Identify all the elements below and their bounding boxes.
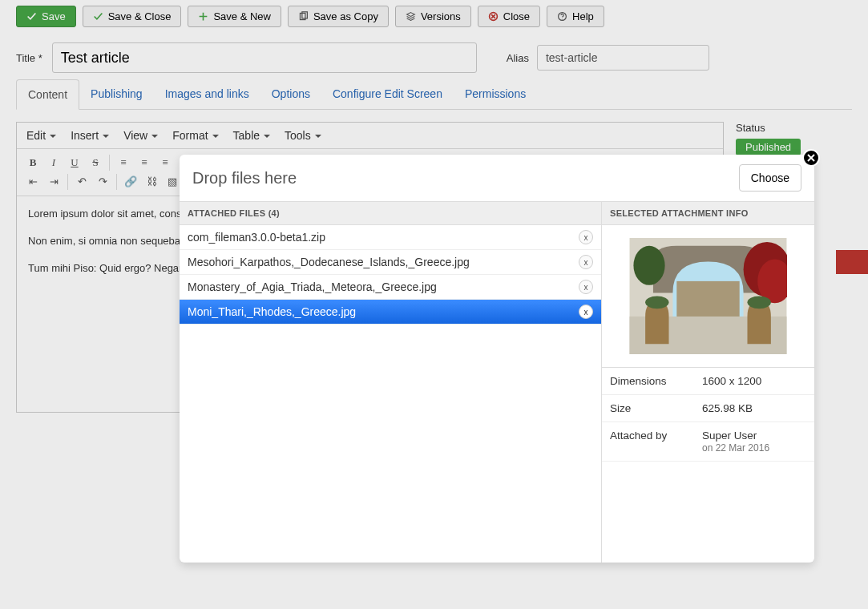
save-close-button[interactable]: Save & Close: [83, 6, 182, 27]
menu-tools[interactable]: Tools: [285, 129, 321, 142]
outdent-icon[interactable]: ⇤: [22, 172, 43, 192]
file-name: Moni_Thari,_Rhodes,_Greece.jpg: [188, 305, 356, 318]
alias-label: Alias: [507, 52, 529, 64]
status-badge[interactable]: Published: [736, 139, 801, 155]
menu-view[interactable]: View: [123, 129, 158, 142]
file-row[interactable]: Mesohori_Karpathos,_Dodecanese_Islands,_…: [180, 250, 601, 275]
close-icon: [807, 154, 815, 162]
file-remove-button[interactable]: x: [579, 280, 593, 294]
red-indicator: [836, 250, 868, 274]
info-header: SELECTED ATTACHMENT INFO: [602, 202, 814, 225]
tabs: Content Publishing Images and links Opti…: [16, 79, 852, 110]
file-row[interactable]: Moni_Thari,_Rhodes,_Greece.jpgx: [180, 300, 601, 325]
modal-close-button[interactable]: [802, 149, 820, 167]
info-row-size: Size 625.98 KB: [602, 395, 814, 422]
editor-menubar: Edit Insert View Format Table Tools: [17, 123, 723, 149]
indent-icon[interactable]: ⇥: [43, 172, 64, 192]
versions-button[interactable]: Versions: [395, 6, 471, 27]
save-copy-button[interactable]: Save as Copy: [288, 6, 389, 27]
file-name: com_fileman3.0.0-beta1.zip: [188, 231, 325, 244]
action-toolbar: Save Save & Close Save & New Save as Cop…: [0, 0, 868, 33]
tab-publishing[interactable]: Publishing: [79, 79, 154, 109]
svg-point-9: [633, 246, 664, 285]
check-icon: [26, 11, 37, 22]
tab-images-links[interactable]: Images and links: [154, 79, 260, 109]
menu-edit[interactable]: Edit: [26, 129, 56, 142]
choose-button[interactable]: Choose: [739, 164, 801, 192]
align-center-icon[interactable]: ≡: [134, 153, 155, 172]
unlink-icon[interactable]: ⛓: [141, 172, 162, 192]
align-left-icon[interactable]: ≡: [113, 153, 134, 172]
tab-content[interactable]: Content: [16, 79, 79, 110]
file-row[interactable]: Monastery_of_Agia_Triada,_Meteora,_Greec…: [180, 275, 601, 300]
svg-point-11: [747, 296, 770, 309]
alias-input[interactable]: [537, 45, 709, 71]
title-input[interactable]: [52, 42, 477, 73]
close-button[interactable]: Close: [478, 6, 540, 27]
underline-icon[interactable]: U: [64, 153, 85, 172]
check-icon: [93, 11, 103, 22]
italic-icon[interactable]: I: [43, 153, 64, 172]
info-column: SELECTED ATTACHMENT INFO: [602, 202, 814, 563]
menu-format[interactable]: Format: [172, 129, 218, 142]
save-button[interactable]: Save: [16, 6, 76, 27]
attached-files-header: ATTACHED FILES (4): [180, 202, 601, 225]
stack-icon: [406, 11, 416, 22]
plus-icon: [198, 11, 208, 22]
file-row[interactable]: com_fileman3.0.0-beta1.zipx: [180, 225, 601, 250]
info-row-dimensions: Dimensions 1600 x 1200: [602, 368, 814, 395]
menu-insert[interactable]: Insert: [71, 129, 109, 142]
attachments-modal: Drop files here Choose ATTACHED FILES (4…: [180, 155, 814, 563]
files-column: ATTACHED FILES (4) com_fileman3.0.0-beta…: [180, 202, 602, 563]
help-button[interactable]: Help: [547, 6, 604, 27]
status-label: Status: [736, 122, 852, 134]
file-name: Mesohori_Karpathos,_Dodecanese_Islands,_…: [188, 256, 470, 268]
file-remove-button[interactable]: x: [579, 230, 593, 244]
copy-icon: [298, 11, 309, 22]
cancel-icon: [488, 11, 499, 22]
undo-icon[interactable]: ↶: [71, 172, 92, 192]
title-row: Title * Alias: [0, 33, 868, 79]
info-row-attached-by: Attached by Super Useron 22 Mar 2016: [602, 422, 814, 462]
redo-icon[interactable]: ↷: [92, 172, 113, 192]
link-icon[interactable]: 🔗: [120, 172, 141, 192]
save-new-button[interactable]: Save & New: [188, 6, 281, 27]
title-label: Title *: [16, 52, 42, 64]
strike-icon[interactable]: S: [85, 153, 106, 172]
svg-point-10: [645, 296, 668, 309]
help-icon: [557, 11, 567, 22]
align-right-icon[interactable]: ≡: [155, 153, 176, 172]
menu-table[interactable]: Table: [233, 129, 270, 142]
drop-title: Drop files here: [192, 169, 297, 188]
file-remove-button[interactable]: x: [579, 304, 593, 319]
tab-options[interactable]: Options: [260, 79, 321, 109]
file-name: Monastery_of_Agia_Triada,_Meteora,_Greec…: [188, 280, 437, 293]
file-remove-button[interactable]: x: [579, 255, 593, 269]
svg-rect-6: [676, 281, 739, 317]
bold-icon[interactable]: B: [22, 153, 43, 172]
attachment-thumbnail: [629, 238, 787, 354]
tab-configure-edit[interactable]: Configure Edit Screen: [321, 79, 454, 109]
tab-permissions[interactable]: Permissions: [454, 79, 537, 109]
